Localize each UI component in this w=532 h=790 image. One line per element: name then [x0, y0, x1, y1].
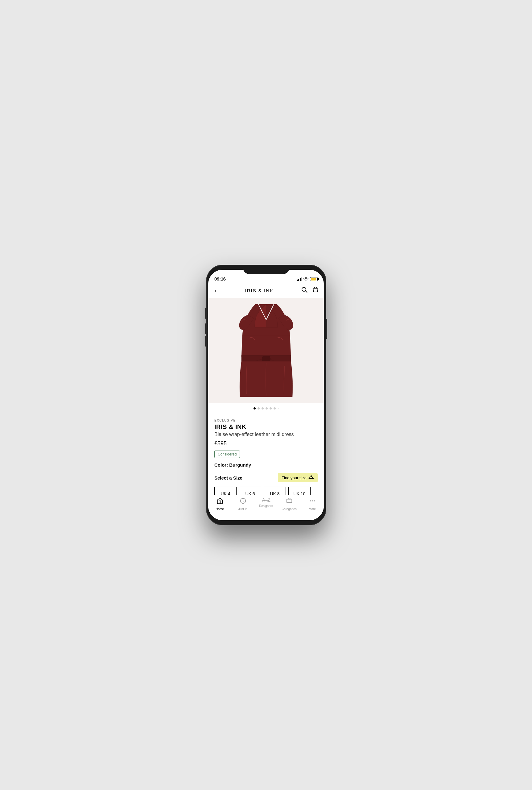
svg-point-10: [312, 500, 313, 501]
phone-frame: 09:16 ‹ IRIS & INK: [206, 265, 326, 525]
dot-2[interactable]: [258, 407, 260, 409]
tab-bar: Home Just In A–Z Designers: [208, 495, 324, 520]
brand-name: IRIS & INK: [214, 423, 318, 430]
battery-icon: [310, 277, 318, 281]
tab-more[interactable]: More: [301, 497, 324, 511]
signal-icon: [297, 277, 302, 281]
size-uk10[interactable]: UK 10: [288, 486, 310, 495]
product-price: £595: [214, 440, 318, 447]
size-header: Select a Size Find your size: [214, 473, 318, 482]
categories-label: Categories: [282, 507, 297, 511]
status-time: 09:16: [214, 276, 226, 281]
notch: [243, 265, 289, 274]
search-button[interactable]: [301, 287, 308, 295]
product-content: › EXCLUSIVE IRIS & INK Blaise wrap-effec…: [208, 298, 324, 495]
dot-5[interactable]: [269, 407, 272, 409]
clock-icon: [240, 497, 246, 506]
size-uk4[interactable]: UK 4: [214, 486, 236, 495]
back-button[interactable]: ‹: [213, 286, 218, 295]
svg-line-1: [305, 291, 307, 293]
dot-3[interactable]: [262, 407, 264, 409]
find-size-button[interactable]: Find your size: [278, 473, 318, 482]
wifi-icon: [303, 277, 308, 281]
home-icon: [216, 497, 223, 506]
product-name: Blaise wrap-effect leather midi dress: [214, 432, 318, 437]
product-image: [237, 301, 296, 403]
size-buttons: UK 4 UK 6 UK 8 UK 10: [214, 486, 318, 495]
exclusive-label: EXCLUSIVE: [214, 419, 318, 422]
color-label: Color: Burgundy: [214, 462, 318, 467]
next-arrow[interactable]: ›: [278, 407, 279, 410]
phone-screen: 09:16 ‹ IRIS & INK: [208, 270, 324, 520]
svg-point-9: [310, 500, 311, 501]
size-uk6[interactable]: UK 6: [239, 486, 261, 495]
more-icon: [309, 497, 316, 506]
nav-bar: ‹ IRIS & INK: [208, 283, 324, 298]
bag-button[interactable]: [312, 287, 319, 295]
just-in-label: Just In: [239, 507, 247, 511]
tab-designers[interactable]: A–Z Designers: [254, 497, 278, 508]
size-title: Select a Size: [214, 475, 242, 480]
tab-categories[interactable]: Categories: [278, 497, 301, 511]
dot-6[interactable]: [273, 407, 276, 409]
product-info: EXCLUSIVE IRIS & INK Blaise wrap-effect …: [208, 414, 324, 495]
size-uk8[interactable]: UK 8: [264, 486, 286, 495]
svg-point-11: [314, 500, 315, 501]
pagination-dots: ›: [208, 403, 324, 414]
more-label: More: [309, 507, 316, 511]
az-icon: A–Z: [262, 497, 270, 503]
dot-1[interactable]: [253, 407, 256, 409]
nav-title: IRIS & INK: [245, 288, 274, 293]
dot-4[interactable]: [266, 407, 268, 409]
product-image-container: [208, 298, 324, 403]
status-icons: [297, 277, 318, 281]
categories-icon: [286, 497, 293, 506]
considered-badge: Considered: [214, 451, 240, 458]
hanger-icon: [308, 475, 314, 480]
home-label: Home: [215, 507, 224, 511]
svg-point-0: [302, 287, 306, 291]
designers-label: Designers: [259, 504, 273, 508]
tab-home[interactable]: Home: [208, 497, 231, 511]
tab-just-in[interactable]: Just In: [231, 497, 254, 511]
nav-icons: [301, 287, 319, 295]
